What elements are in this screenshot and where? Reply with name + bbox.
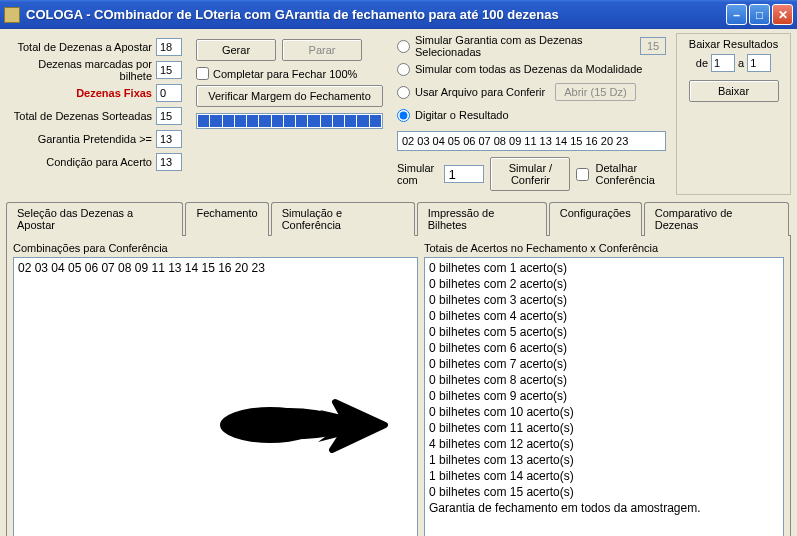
radio-arquivo[interactable] — [397, 86, 410, 99]
input-condicao[interactable] — [156, 153, 182, 171]
list-item[interactable]: 0 bilhetes com 5 acerto(s) — [429, 324, 779, 340]
list-item[interactable]: 0 bilhetes com 6 acerto(s) — [429, 340, 779, 356]
list-item[interactable]: Garantia de fechamento em todos da amost… — [429, 500, 779, 516]
list-item[interactable]: 0 bilhetes com 15 acerto(s) — [429, 484, 779, 500]
detalhar-label: Detalhar Conferência — [595, 162, 666, 186]
radio-selecionadas[interactable] — [397, 40, 410, 53]
verificar-button[interactable]: Verificar Margem do Fechamento — [196, 85, 383, 107]
right-col-header: Totais de Acertos no Fechamento x Confer… — [424, 242, 784, 254]
tab-simulacao[interactable]: Simulação e Conferência — [271, 202, 415, 236]
input-dezenas-fixas[interactable] — [156, 84, 182, 102]
detalhar-checkbox[interactable] — [576, 168, 589, 181]
tab-content: Combinações para Conferência 02 03 04 05… — [6, 236, 791, 536]
list-item[interactable]: 0 bilhetes com 10 acerto(s) — [429, 404, 779, 420]
tab-bar: Seleção das Dezenas a Apostar Fechamento… — [6, 201, 791, 236]
center-button-panel: Gerar Parar Completar para Fechar 100% V… — [192, 33, 387, 195]
baixar-button[interactable]: Baixar — [689, 80, 779, 102]
a-label: a — [738, 57, 744, 69]
label-total-apostar: Total de Dezenas a Apostar — [17, 41, 152, 53]
progress-bar — [196, 113, 383, 129]
simular-com-input[interactable] — [444, 165, 484, 183]
simular-conferir-button[interactable]: Simular / Conferir — [490, 157, 570, 191]
label-dezenas-fixas: Dezenas Fixas — [76, 87, 152, 99]
label-garantia: Garantia Pretendida >= — [38, 133, 152, 145]
a-input[interactable] — [747, 54, 771, 72]
parar-button[interactable]: Parar — [282, 39, 362, 61]
simular-com-label: Simular com — [397, 162, 438, 186]
list-item[interactable]: 02 03 04 05 06 07 08 09 11 13 14 15 16 2… — [18, 260, 413, 276]
list-item[interactable]: 1 bilhetes com 14 acerto(s) — [429, 468, 779, 484]
radio-digitar[interactable] — [397, 109, 410, 122]
radio-todas-label: Simular com todas as Dezenas da Modalida… — [415, 63, 642, 75]
tab-impressao[interactable]: Impressão de Bilhetes — [417, 202, 547, 236]
radio-arquivo-label: Usar Arquivo para Conferir — [415, 86, 545, 98]
baixar-resultados-label: Baixar Resultados — [681, 38, 786, 50]
de-input[interactable] — [711, 54, 735, 72]
resultados-listbox[interactable]: 0 bilhetes com 1 acerto(s)0 bilhetes com… — [424, 257, 784, 536]
input-garantia[interactable] — [156, 130, 182, 148]
abrir-button: Abrir (15 Dz) — [555, 83, 635, 101]
input-sorteadas[interactable] — [156, 107, 182, 125]
close-button[interactable]: ✕ — [772, 4, 793, 25]
label-por-bilhete: Dezenas marcadas por bilhete — [10, 58, 152, 82]
list-item[interactable]: 0 bilhetes com 2 acerto(s) — [429, 276, 779, 292]
app-icon — [4, 7, 20, 23]
tab-selecao[interactable]: Seleção das Dezenas a Apostar — [6, 202, 183, 236]
list-item[interactable]: 0 bilhetes com 4 acerto(s) — [429, 308, 779, 324]
window-title: COLOGA - COmbinador de LOteria com GAran… — [26, 7, 726, 22]
radio-todas[interactable] — [397, 63, 410, 76]
list-item[interactable]: 0 bilhetes com 9 acerto(s) — [429, 388, 779, 404]
list-item[interactable]: 4 bilhetes com 12 acerto(s) — [429, 436, 779, 452]
selecionadas-count — [640, 37, 666, 55]
maximize-button[interactable]: □ — [749, 4, 770, 25]
list-item[interactable]: 0 bilhetes com 1 acerto(s) — [429, 260, 779, 276]
list-item[interactable]: 0 bilhetes com 7 acerto(s) — [429, 356, 779, 372]
radio-selecionadas-label: Simular Garantia com as Dezenas Selecion… — [415, 34, 636, 58]
tab-fechamento[interactable]: Fechamento — [185, 202, 268, 236]
completar-checkbox[interactable] — [196, 67, 209, 80]
radio-panel: Simular Garantia com as Dezenas Selecion… — [393, 33, 670, 195]
completar-label: Completar para Fechar 100% — [213, 68, 357, 80]
label-condicao: Condição para Acerto — [46, 156, 152, 168]
combinacoes-listbox[interactable]: 02 03 04 05 06 07 08 09 11 13 14 15 16 2… — [13, 257, 418, 536]
input-por-bilhete[interactable] — [156, 61, 182, 79]
gerar-button[interactable]: Gerar — [196, 39, 276, 61]
tab-config[interactable]: Configurações — [549, 202, 642, 236]
label-sorteadas: Total de Dezenas Sorteadas — [14, 110, 152, 122]
download-panel: Baixar Resultados de a Baixar — [676, 33, 791, 195]
list-item[interactable]: 0 bilhetes com 3 acerto(s) — [429, 292, 779, 308]
titlebar: COLOGA - COmbinador de LOteria com GAran… — [0, 0, 797, 29]
radio-digitar-label: Digitar o Resultado — [415, 109, 509, 121]
list-item[interactable]: 0 bilhetes com 11 acerto(s) — [429, 420, 779, 436]
left-col-header: Combinações para Conferência — [13, 242, 418, 254]
list-item[interactable]: 1 bilhetes com 13 acerto(s) — [429, 452, 779, 468]
tab-comparativo[interactable]: Comparativo de Dezenas — [644, 202, 789, 236]
left-fields-panel: Total de Dezenas a Apostar Dezenas marca… — [6, 33, 186, 195]
minimize-button[interactable]: – — [726, 4, 747, 25]
de-label: de — [696, 57, 708, 69]
input-total-apostar[interactable] — [156, 38, 182, 56]
result-input[interactable] — [397, 131, 666, 151]
list-item[interactable]: 0 bilhetes com 8 acerto(s) — [429, 372, 779, 388]
